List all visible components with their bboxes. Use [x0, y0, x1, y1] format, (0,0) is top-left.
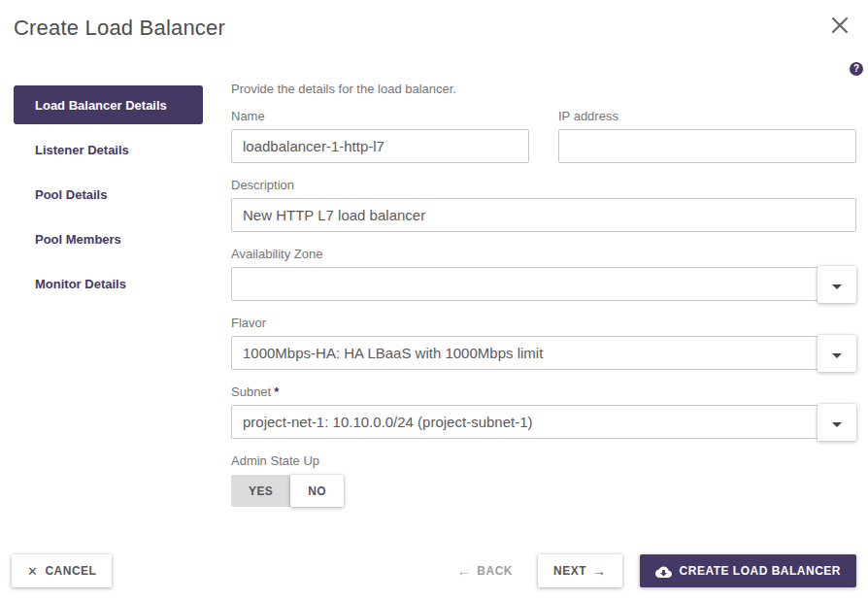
- ip-address-field-group: IP address: [558, 110, 856, 163]
- availability-zone-dropdown-button[interactable]: [818, 266, 856, 303]
- subnet-select[interactable]: project-net-1: 10.10.0.0/24 (project-sub…: [231, 405, 856, 439]
- required-asterisk: *: [274, 384, 279, 399]
- step-label: Load Balancer Details: [35, 98, 167, 113]
- admin-state-up-label: Admin State Up: [231, 454, 856, 468]
- caret-down-icon: [832, 422, 842, 427]
- subnet-label: Subnet*: [231, 385, 856, 399]
- dialog-footer: ✕ CANCEL ← BACK NEXT → CREATE LOAD BALAN…: [0, 554, 868, 587]
- subnet-dropdown-button[interactable]: [818, 404, 856, 441]
- load-balancer-details-form: Provide the details for the load balance…: [231, 83, 856, 522]
- step-monitor-details[interactable]: Monitor Details: [14, 264, 203, 303]
- caret-down-icon: [832, 284, 842, 289]
- step-pool-details[interactable]: Pool Details: [14, 175, 203, 214]
- create-load-balancer-button[interactable]: CREATE LOAD BALANCER: [640, 554, 856, 587]
- create-load-balancer-dialog: Create Load Balancer ? Load Balancer Det…: [0, 0, 868, 601]
- step-label: Monitor Details: [35, 277, 126, 291]
- cancel-button[interactable]: ✕ CANCEL: [12, 554, 112, 587]
- cloud-icon: [655, 565, 672, 578]
- admin-state-up-field-group: Admin State Up YES NO: [231, 454, 856, 507]
- ip-address-input[interactable]: [558, 129, 856, 163]
- step-label: Pool Members: [35, 232, 121, 247]
- help-icon[interactable]: ?: [850, 62, 863, 76]
- flavor-label: Flavor: [231, 317, 856, 330]
- dialog-body: Load Balancer Details Listener Details P…: [0, 83, 868, 522]
- name-field-group: Name: [231, 110, 529, 163]
- dialog-title: Create Load Balancer: [14, 16, 854, 41]
- flavor-select[interactable]: 1000Mbps-HA: HA LBaaS with 1000Mbps limi…: [231, 336, 856, 370]
- description-input[interactable]: [231, 198, 856, 232]
- close-button[interactable]: [828, 15, 851, 38]
- step-pool-members[interactable]: Pool Members: [14, 219, 203, 258]
- name-label: Name: [231, 110, 529, 123]
- dialog-header: Create Load Balancer ?: [0, 0, 868, 45]
- cancel-x-icon: ✕: [27, 564, 38, 579]
- back-arrow-icon: ←: [457, 563, 472, 579]
- form-intro-text: Provide the details for the load balance…: [231, 83, 856, 96]
- name-input[interactable]: [231, 129, 529, 163]
- next-arrow-icon: →: [592, 563, 607, 579]
- step-load-balancer-details[interactable]: Load Balancer Details: [14, 85, 203, 124]
- admin-state-no-button[interactable]: NO: [290, 475, 344, 507]
- availability-zone-label: Availability Zone: [231, 248, 856, 261]
- description-field-group: Description: [231, 179, 856, 232]
- next-button[interactable]: NEXT →: [538, 554, 622, 587]
- flavor-dropdown-button[interactable]: [818, 335, 856, 372]
- availability-zone-field-group: Availability Zone: [231, 248, 856, 301]
- flavor-field-group: Flavor 1000Mbps-HA: HA LBaaS with 1000Mb…: [231, 317, 856, 370]
- step-listener-details[interactable]: Listener Details: [14, 130, 203, 169]
- step-label: Listener Details: [35, 143, 129, 157]
- ip-address-label: IP address: [558, 110, 856, 123]
- back-button[interactable]: ← BACK: [457, 563, 513, 579]
- admin-state-up-toggle: YES NO: [231, 475, 344, 507]
- caret-down-icon: [832, 353, 842, 358]
- admin-state-yes-button[interactable]: YES: [231, 475, 290, 507]
- description-label: Description: [231, 179, 856, 192]
- close-icon: [830, 23, 850, 38]
- subnet-field-group: Subnet* project-net-1: 10.10.0.0/24 (pro…: [231, 385, 856, 439]
- step-label: Pool Details: [35, 187, 107, 202]
- wizard-steps-nav: Load Balancer Details Listener Details P…: [14, 85, 203, 522]
- availability-zone-select[interactable]: [231, 267, 856, 301]
